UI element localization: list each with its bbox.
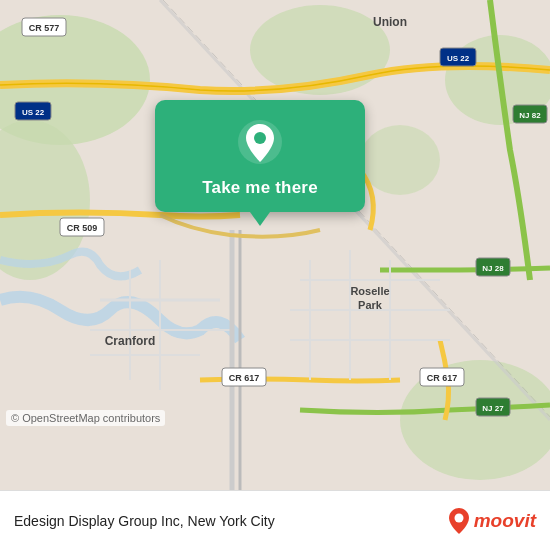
svg-text:US 22: US 22	[22, 108, 45, 117]
svg-text:CR 617: CR 617	[427, 373, 458, 383]
bottom-bar: Edesign Display Group Inc, New York City…	[0, 490, 550, 550]
svg-text:Union: Union	[373, 15, 407, 29]
moovit-logo: moovit	[448, 507, 536, 535]
osm-attribution: © OpenStreetMap contributors	[6, 410, 165, 426]
svg-text:NJ 27: NJ 27	[482, 404, 504, 413]
svg-text:NJ 28: NJ 28	[482, 264, 504, 273]
take-me-there-button[interactable]: Take me there	[202, 178, 318, 198]
map-container: CR 577 US 22 US 22 CR 509 616 NJ 82 NJ 2…	[0, 0, 550, 490]
svg-text:Park: Park	[358, 299, 383, 311]
location-pin-icon	[236, 118, 284, 166]
svg-text:NJ 82: NJ 82	[519, 111, 541, 120]
svg-point-48	[454, 513, 463, 522]
moovit-brand-label: moovit	[474, 510, 536, 532]
svg-text:CR 577: CR 577	[29, 23, 60, 33]
location-title: Edesign Display Group Inc, New York City	[14, 513, 275, 529]
moovit-pin-icon	[448, 507, 470, 535]
popup-card[interactable]: Take me there	[155, 100, 365, 212]
svg-text:US 22: US 22	[447, 54, 470, 63]
svg-text:CR 617: CR 617	[229, 373, 260, 383]
svg-text:Cranford: Cranford	[105, 334, 156, 348]
svg-point-6	[360, 125, 440, 195]
svg-point-47	[254, 132, 266, 144]
svg-text:Roselle: Roselle	[350, 285, 389, 297]
svg-text:CR 509: CR 509	[67, 223, 98, 233]
